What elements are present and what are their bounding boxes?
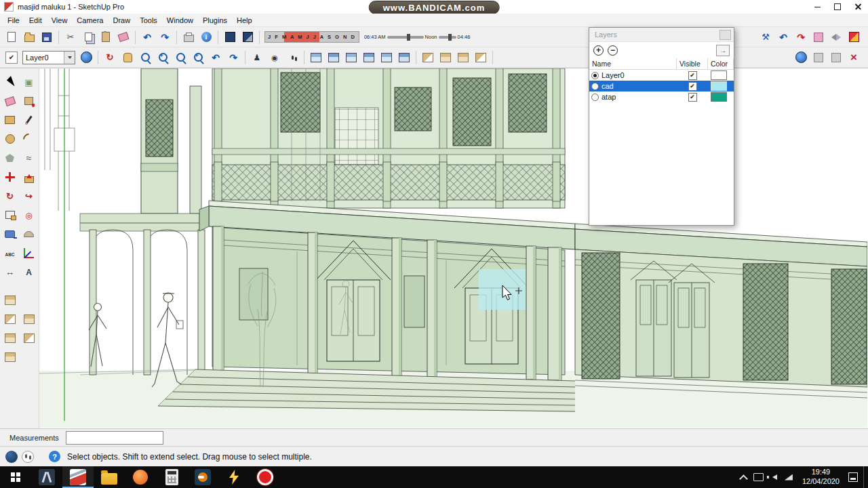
open-button[interactable] — [21, 29, 37, 45]
chevron-down-icon[interactable] — [64, 52, 75, 64]
walk-button[interactable] — [284, 49, 300, 66]
circle-tool[interactable] — [1, 129, 19, 148]
pan-button[interactable] — [119, 49, 136, 66]
menu-edit[interactable]: Edit — [24, 14, 47, 26]
make-component-tool[interactable] — [20, 73, 38, 92]
follow-me-tool[interactable] — [20, 186, 38, 205]
previous-view-button[interactable] — [208, 49, 224, 66]
panel-close-button[interactable] — [719, 30, 731, 40]
shaded-style-button[interactable] — [455, 49, 471, 66]
text-tool[interactable] — [1, 243, 19, 262]
undo-button[interactable] — [139, 29, 155, 45]
right-view-button[interactable] — [361, 49, 377, 66]
zoom-extents-button[interactable] — [172, 49, 189, 66]
tray-chevron-button[interactable] — [736, 466, 751, 488]
layer0-visible-checkbox[interactable] — [688, 71, 697, 80]
cad-active-radio[interactable] — [591, 83, 599, 90]
instructor-button[interactable] — [222, 29, 238, 45]
layer-combo[interactable]: Layer0 — [22, 51, 75, 64]
layer-manager-button[interactable] — [78, 49, 94, 66]
layers-panel-header[interactable]: Layers — [589, 28, 734, 42]
zoom-photo-button[interactable] — [190, 49, 206, 66]
paint-bucket-tool[interactable] — [20, 92, 38, 110]
gray-tool-button-2[interactable] — [828, 49, 844, 66]
cad-color-swatch[interactable] — [711, 81, 727, 91]
menu-draw[interactable]: Draw — [108, 14, 135, 26]
taskbar-app-blender[interactable] — [187, 466, 218, 488]
polygon-tool[interactable] — [1, 148, 19, 167]
tray-monitor-button[interactable] — [751, 466, 766, 488]
tray-volume-button[interactable] — [766, 466, 781, 488]
new-button[interactable] — [3, 29, 20, 45]
orbit-button[interactable] — [102, 49, 118, 66]
help-icon[interactable] — [49, 451, 60, 462]
start-button[interactable] — [0, 466, 31, 488]
wireframe-style-button[interactable] — [420, 49, 436, 66]
add-location-tool[interactable] — [1, 291, 19, 310]
layer-row-layer0[interactable]: Layer0 — [589, 70, 734, 81]
rectangle-tool[interactable] — [1, 110, 19, 129]
menu-tools[interactable]: Tools — [135, 14, 162, 26]
push-pull-tool[interactable] — [20, 167, 38, 186]
tray-network-button[interactable] — [781, 466, 796, 488]
section-display-tool[interactable] — [20, 310, 38, 329]
time-slider-thumb-2[interactable] — [448, 34, 452, 41]
menu-help[interactable]: Help — [232, 14, 257, 26]
mirror-tool-button[interactable] — [828, 29, 844, 45]
layer0-active-radio[interactable] — [591, 72, 599, 79]
scale-tool[interactable] — [1, 205, 19, 224]
menu-view[interactable]: View — [47, 14, 73, 26]
layer-row-atap[interactable]: atap — [589, 92, 734, 102]
next-view-button[interactable] — [225, 49, 241, 66]
look-around-button[interactable] — [267, 49, 283, 66]
taskbar-app-photoshop[interactable] — [31, 466, 62, 488]
offset-tool[interactable] — [20, 205, 38, 224]
maximize-button[interactable] — [827, 0, 848, 14]
line-tool[interactable] — [20, 110, 38, 129]
textured-style-button[interactable] — [473, 49, 489, 66]
layer-details-button[interactable] — [716, 45, 730, 56]
atap-color-swatch[interactable] — [711, 92, 727, 102]
left-view-button[interactable] — [396, 49, 412, 66]
taskbar-clock[interactable]: 19:49 12/04/2020 — [796, 468, 846, 487]
eraser-tool[interactable] — [1, 92, 19, 110]
geolocation-icon[interactable] — [5, 451, 18, 463]
pink-tool-button[interactable] — [810, 29, 827, 45]
taskbar-app-orange[interactable] — [125, 466, 156, 488]
print-button[interactable] — [180, 29, 197, 45]
shadow-date-slider[interactable]: J F M A M J J A S O N D — [264, 31, 359, 43]
gray-tool-button-1[interactable] — [810, 49, 827, 66]
show-desktop-button[interactable] — [863, 466, 868, 488]
action-center-button[interactable] — [846, 466, 861, 488]
redo-button[interactable] — [157, 29, 173, 45]
front-view-button[interactable] — [343, 49, 359, 66]
menu-file[interactable]: File — [3, 14, 24, 26]
time-slider-track-2[interactable] — [439, 36, 456, 39]
erase-button[interactable] — [115, 29, 132, 45]
move-tool[interactable] — [1, 167, 19, 186]
axes-tool[interactable] — [20, 243, 38, 262]
time-slider-thumb[interactable] — [407, 34, 410, 41]
layer-visible-toggle[interactable] — [3, 49, 20, 66]
menu-camera[interactable]: Camera — [72, 14, 108, 26]
measurements-input[interactable] — [66, 431, 163, 445]
protractor-tool[interactable] — [20, 224, 38, 243]
hidden-line-style-button[interactable] — [437, 49, 454, 66]
drawing-area[interactable] — [39, 68, 868, 428]
zoom-window-button[interactable] — [155, 49, 171, 66]
dimension-tool[interactable] — [1, 262, 19, 281]
freehand-tool[interactable] — [20, 148, 38, 167]
back-view-button[interactable] — [378, 49, 395, 66]
atap-visible-checkbox[interactable] — [688, 93, 697, 102]
time-slider-track[interactable] — [387, 36, 424, 39]
delete-selected-button[interactable] — [846, 49, 862, 66]
axe-tool-button[interactable] — [757, 29, 774, 45]
delete-layer-button[interactable] — [608, 45, 618, 56]
tool-circle-button[interactable] — [793, 49, 809, 66]
menu-plugins[interactable]: Plugins — [198, 14, 232, 26]
layer0-color-swatch[interactable] — [711, 70, 727, 80]
rotate-tool[interactable] — [1, 186, 19, 205]
entity-info-button[interactable] — [239, 29, 256, 45]
claim-model-icon[interactable] — [22, 451, 34, 463]
redo-red-button[interactable] — [793, 29, 809, 45]
